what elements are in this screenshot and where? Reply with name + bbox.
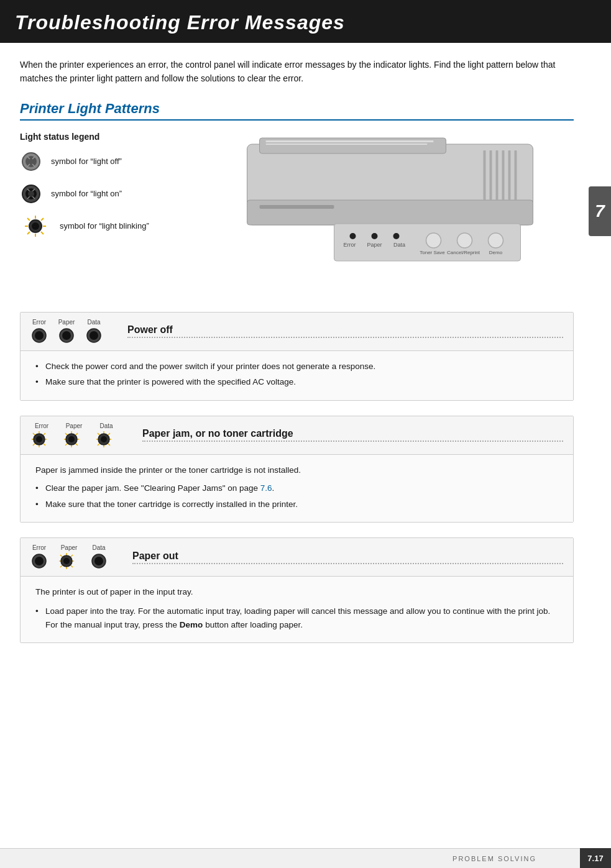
legend-off-label: symbol for “light off”: [51, 157, 122, 166]
paper-jam-intro: Paper is jammed inside the printer or th…: [35, 464, 558, 478]
svg-point-45: [90, 331, 98, 340]
legend-on-label: symbol for “light on”: [51, 189, 122, 198]
svg-line-63: [65, 444, 67, 445]
footer-section-label: Problem Solving: [453, 855, 536, 862]
svg-rect-19: [247, 200, 533, 225]
svg-point-65: [68, 436, 75, 442]
paper-out-body: The printer is out of paper in the input…: [21, 577, 573, 642]
legend-box: Light status legend symbol for “light of…: [20, 132, 194, 247]
svg-rect-23: [496, 150, 498, 200]
svg-point-1: [25, 156, 37, 167]
svg-point-55: [36, 436, 42, 442]
paper-label2: Paper: [66, 423, 83, 429]
svg-text:Cancel/Reprint: Cancel/Reprint: [447, 250, 480, 255]
data-label: Data: [87, 319, 100, 326]
svg-point-4: [28, 191, 34, 197]
svg-line-85: [60, 565, 62, 567]
legend-item-blink: symbol for “light blinking”: [20, 215, 194, 237]
main-content: When the printer experiences an error, t…: [0, 43, 611, 683]
svg-line-71: [108, 444, 110, 445]
paper-label: Paper: [58, 319, 75, 326]
power-off-lights: Error Paper Data: [30, 319, 103, 344]
svg-line-73: [98, 444, 99, 445]
svg-point-87: [63, 558, 70, 564]
svg-line-11: [41, 218, 44, 221]
error-label: Error: [32, 319, 46, 326]
svg-point-43: [62, 331, 71, 340]
footer-bar: Problem Solving: [0, 848, 580, 868]
svg-text:Paper: Paper: [367, 242, 382, 248]
error-label2: Error: [35, 423, 48, 429]
svg-point-75: [101, 436, 107, 442]
svg-point-41: [35, 331, 44, 340]
svg-rect-26: [515, 150, 517, 200]
light-on-icon: [20, 183, 42, 205]
paper-out-data-light: Data: [90, 544, 108, 570]
svg-line-60: [65, 433, 67, 435]
paper-out-error-light: Error: [30, 544, 48, 570]
power-off-body: Check the power cord and the power switc…: [21, 351, 573, 400]
list-item: Clear the paper jam. See "Clearing Paper…: [35, 482, 558, 495]
chapter-tab: 7: [589, 186, 611, 236]
svg-rect-18: [266, 144, 428, 145]
legend-item-on: symbol for “light on”: [20, 183, 194, 205]
svg-text:Demo: Demo: [489, 250, 503, 255]
paper-out-error-icon: [30, 552, 48, 570]
paper-out-lights: Error Paper: [30, 544, 108, 570]
paper-out-title: Paper out: [132, 550, 563, 564]
svg-point-14: [32, 222, 39, 230]
power-off-error-icon: [30, 327, 48, 344]
paper-jam-data-icon: [95, 431, 117, 448]
error-label3: Error: [32, 544, 46, 551]
page-number: 7.17: [587, 854, 603, 863]
page-title: Troubleshooting Error Messages: [15, 11, 345, 34]
svg-point-28: [350, 233, 356, 239]
list-item: Check the power cord and the power switc…: [35, 360, 558, 373]
svg-line-51: [44, 444, 45, 445]
svg-point-29: [372, 233, 378, 239]
page-link[interactable]: 7.6: [260, 483, 272, 493]
legend-title: Light status legend: [20, 132, 194, 142]
list-item: Make sure that the printer is powered wi…: [35, 375, 558, 389]
error-section-power-off: Error Paper Data: [20, 312, 574, 401]
svg-text:Data: Data: [393, 242, 405, 248]
svg-line-84: [71, 555, 73, 557]
error-header-paper-out: Error Paper: [21, 538, 573, 577]
paper-jam-error-light: Error: [30, 423, 53, 448]
svg-point-33: [489, 233, 503, 248]
svg-line-83: [71, 565, 73, 567]
power-off-paper-icon: [58, 327, 75, 344]
printer-svg: Error Paper Data Toner Save Cancel/Repri…: [219, 132, 574, 268]
svg-line-52: [44, 433, 45, 435]
paper-jam-paper-light: Paper: [63, 423, 85, 448]
light-blink-icon: [20, 215, 51, 237]
svg-rect-25: [508, 150, 511, 200]
data-label3: Data: [92, 544, 105, 551]
error-header-paper-jam: Error Paper: [21, 416, 573, 455]
error-section-paper-jam: Error Paper: [20, 416, 574, 523]
data-label2: Data: [99, 423, 113, 429]
svg-point-89: [94, 557, 103, 565]
paper-jam-error-icon: [30, 431, 53, 448]
paper-jam-lights: Error Paper: [30, 423, 117, 448]
svg-line-82: [60, 555, 62, 557]
header-bar: Troubleshooting Error Messages: [0, 0, 611, 43]
svg-text:Error: Error: [344, 242, 356, 248]
svg-rect-16: [260, 138, 446, 153]
svg-line-70: [98, 433, 99, 435]
paper-label3: Paper: [61, 544, 78, 551]
paper-out-intro: The printer is out of paper in the input…: [35, 585, 558, 600]
paper-jam-bullets: Clear the paper jam. See "Clearing Paper…: [35, 482, 558, 511]
page-number-box: 7.17: [580, 848, 611, 868]
paper-jam-data-light: Data: [95, 423, 117, 448]
svg-point-31: [426, 233, 441, 248]
svg-line-50: [33, 433, 35, 435]
power-off-data-icon: [85, 327, 103, 344]
power-off-error-light: Error: [30, 319, 48, 344]
svg-line-53: [33, 444, 35, 445]
chapter-number: 7: [595, 201, 605, 221]
svg-rect-24: [502, 150, 505, 200]
legend-item-off: symbol for “light off”: [20, 150, 194, 173]
error-header-power-off: Error Paper Data: [21, 313, 573, 351]
power-off-title: Power off: [127, 324, 563, 338]
